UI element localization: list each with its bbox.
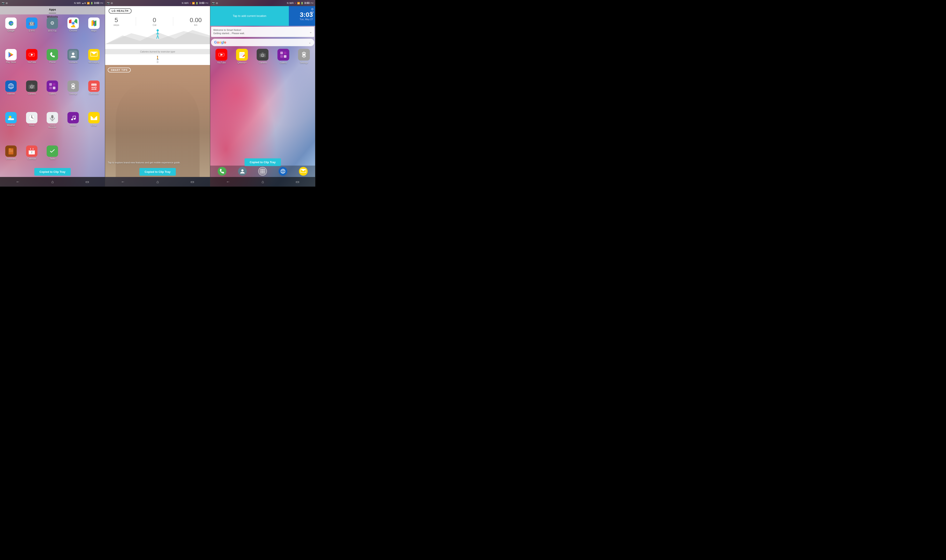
dock-internet[interactable] [279,167,287,175]
dock-phone[interactable] [218,167,227,175]
dock-apps-launcher[interactable] [258,167,267,175]
svg-point-110 [241,169,244,171]
clip-tray-toast-3[interactable]: Copied to Clip Tray [244,158,281,166]
wifi-icon: WiFi [77,2,81,5]
app-doumi[interactable]: 🤖 도우미 [22,16,42,47]
svg-rect-33 [53,83,56,86]
smart-notice-card[interactable]: Welcome to Smart Notice! Getting started… [211,27,314,37]
app-dictionary[interactable]: Dictionary [1,144,21,175]
app-icon-dictionary [5,145,17,157]
smart-notice-expand-icon[interactable]: ⌄ [309,30,312,34]
settings-gear-icon[interactable]: ⚙ [311,8,314,11]
nav-recents-3[interactable]: ▭ [292,178,303,186]
lg-health-badge[interactable]: LG HEALTH [109,8,131,14]
health-visual [105,27,210,49]
nav-back-1[interactable]: ← [12,178,23,186]
nav-recents-1[interactable]: ▭ [82,178,93,186]
status-ampm-2: PM [205,2,208,4]
app-label-weather: Weather [7,124,15,127]
wifi-icon-3: WiFi [289,2,294,5]
home-icon-settings [298,49,310,61]
app-convenience[interactable]: ⚙ 편의기능 [42,16,63,47]
app-contacts[interactable]: Contacts [63,48,83,79]
app-gallery[interactable]: Gallery [42,79,63,110]
app-icon-voicerecorder [47,112,58,123]
smart-tips-section[interactable]: SMART TIPS Tap to explore brand-new feat… [105,65,210,177]
clip-tray-toast-1[interactable]: Copied to Clip Tray [34,168,71,175]
app-icon-settings [68,80,79,92]
home-app-camera[interactable]: Camera [256,49,270,64]
app-music[interactable]: Music [63,111,83,144]
svg-point-116 [264,171,265,172]
svg-rect-105 [284,52,286,54]
google-search-expand-icon[interactable]: ⌄ [309,41,311,44]
svg-point-4 [72,22,74,24]
signal-icon-3: 📶 [297,2,300,5]
svg-point-109 [303,54,305,56]
nav-back-3[interactable]: ← [222,178,233,186]
smart-notice-text: Welcome to Smart Notice! Getting started… [213,28,309,35]
app-messaging[interactable]: Messaging [84,48,104,79]
google-search-bar[interactable]: Google ⌄ [211,39,314,46]
nav-bar-2: ← ⌂ ▭ [105,177,210,186]
app-weather[interactable]: Weather [1,111,21,144]
app-clock[interactable]: Clock [22,111,42,144]
nav-home-3[interactable]: ⌂ [258,178,268,186]
svg-point-44 [95,87,96,88]
app-voicerecorder[interactable]: Voice Recorder [42,111,63,144]
app-icon-email: @ [88,112,100,123]
home-app-settings[interactable]: Settings [297,49,311,64]
svg-point-61 [71,118,73,120]
weather-ampm: PM [310,11,314,14]
svg-point-115 [262,171,263,172]
tab-apps[interactable]: Apps [49,6,56,13]
wifi-icon-2: WiFi [184,2,188,5]
app-icon-weather [5,112,17,123]
app-icon-camera [26,80,37,92]
battery-x-icon: ✕ [190,2,191,5]
dock-contacts[interactable] [238,167,247,175]
home-app-qmemo[interactable]: QMemo+ [235,49,249,64]
status-ampm-1: PM [100,2,103,4]
status-bar-3: 📷 ⊞ N WiFi ✕ 📶 🔋 3:03 PM [210,0,315,6]
stat-cal: 0 Cal [153,17,156,26]
svg-point-120 [281,169,285,174]
nav-back-2[interactable]: ← [117,178,128,186]
dock-messaging[interactable] [299,167,308,175]
app-camera[interactable]: Camera [22,79,42,110]
app-playstore[interactable]: Play Store [1,48,21,79]
home-app-youtube[interactable]: YouTube [215,49,228,64]
mobile-data-icon: ▲▼ [82,2,86,5]
app-internet[interactable]: Internet [1,79,21,110]
app-youtube[interactable]: YouTube [22,48,42,79]
nfc-icon: N [74,2,76,5]
svg-point-102 [262,55,263,56]
status-left-icons-3: 📷 ⊞ [212,2,218,5]
app-calculator[interactable]: +− ×÷ Calculator [84,79,104,110]
screenshot-icon: 📷 [2,2,5,5]
home-icon-gallery [278,49,289,61]
svg-point-30 [33,85,34,86]
svg-rect-34 [49,87,52,89]
app-google[interactable]: Google [1,16,21,47]
nav-home-1[interactable]: ⌂ [48,178,57,186]
stat-cal-value: 0 [153,17,156,24]
app-label-phone: Phone [49,61,56,64]
status-time-1: 3:03 [94,2,99,5]
app-icon-music [68,112,79,123]
nav-home-2[interactable]: ⌂ [153,178,162,186]
app-phone[interactable]: Phone [42,48,63,79]
nav-recents-2[interactable]: ▭ [187,178,198,186]
home-label-youtube: YouTube [217,62,225,64]
battery-x-icon-3: ✕ [295,2,296,5]
weather-location-prompt[interactable]: Tap to add current location [210,6,289,26]
app-email[interactable]: @ Email [84,111,104,144]
app-settings[interactable]: Settings [63,79,83,110]
app-chrome[interactable]: Chrome [63,16,83,47]
clip-tray-toast-2[interactable]: Copied to Clip Tray [139,168,176,175]
app-maps[interactable]: Maps [84,16,104,47]
home-app-gallery[interactable]: Gallery [276,49,290,64]
svg-line-65 [73,116,76,116]
signal-icon-2: 📶 [192,2,194,5]
svg-point-55 [31,117,32,118]
